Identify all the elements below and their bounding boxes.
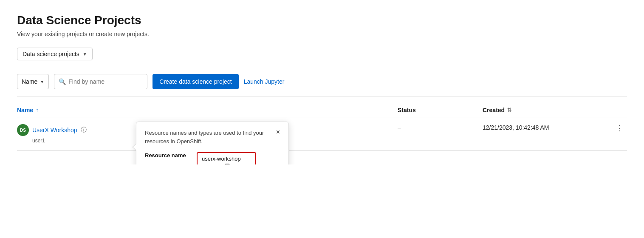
- project-name-row: DS UserX Workshop ⓘ: [17, 124, 144, 136]
- sort-neutral-icon: ⇅: [507, 108, 511, 113]
- resource-info-popover: Resource names and types are used to fin…: [136, 122, 289, 164]
- table-row-wrap: DS UserX Workshop ⓘ user1 – 12/21/2023, …: [17, 117, 627, 151]
- popover-description: Resource names and types are used to fin…: [145, 129, 273, 145]
- table-row: DS UserX Workshop ⓘ user1 – 12/21/2023, …: [17, 117, 627, 151]
- table-header: Name ↑ Status Created ⇅: [17, 103, 627, 117]
- search-input[interactable]: [68, 78, 143, 85]
- page-title: Data Science Projects: [17, 14, 627, 27]
- popover-body: Resource name userx-workshop Resource ty…: [145, 152, 280, 164]
- resource-name-label: Resource name: [145, 152, 192, 159]
- project-name-cell: DS UserX Workshop ⓘ user1: [17, 124, 144, 144]
- project-status: –: [398, 124, 483, 131]
- project-selector-dropdown[interactable]: Data science projects ▼: [17, 48, 93, 60]
- create-project-button[interactable]: Create data science project: [153, 74, 238, 89]
- filter-chevron-icon: ▼: [40, 79, 44, 84]
- search-icon: 🔍: [59, 78, 66, 85]
- help-icon[interactable]: ⓘ: [81, 126, 87, 134]
- filter-label: Name: [22, 78, 37, 85]
- copy-resource-name-button[interactable]: [223, 164, 230, 164]
- launch-jupyter-link[interactable]: Launch Jupyter: [244, 78, 285, 85]
- column-status-header: Status: [398, 107, 483, 113]
- filter-name-dropdown[interactable]: Name ▼: [17, 74, 49, 89]
- project-owner: user1: [17, 138, 144, 144]
- column-created-label: Created: [483, 107, 505, 113]
- project-name-link[interactable]: UserX Workshop: [32, 127, 77, 133]
- sort-ascending-icon: ↑: [36, 107, 38, 113]
- toolbar: Name ▼ 🔍 Create data science project Lau…: [17, 74, 627, 96]
- row-kebab-menu-button[interactable]: ⋮: [602, 124, 627, 132]
- resource-name-value: userx-workshop: [202, 156, 251, 162]
- popover-header: Resource names and types are used to fin…: [145, 129, 280, 145]
- popover-close-button[interactable]: ×: [276, 129, 280, 136]
- column-name-label: Name: [17, 107, 33, 113]
- column-name-header[interactable]: Name ↑: [17, 107, 144, 113]
- resource-name-value-box: userx-workshop: [197, 152, 256, 164]
- resource-name-row: Resource name userx-workshop: [145, 152, 280, 164]
- project-created: 12/21/2023, 10:42:48 AM: [483, 124, 602, 131]
- search-box: 🔍: [54, 74, 147, 89]
- svg-rect-0: [225, 164, 229, 164]
- project-selector-label: Data science projects: [23, 51, 79, 57]
- page-subtitle: View your existing projects or create ne…: [17, 31, 627, 37]
- project-badge: DS: [17, 124, 29, 136]
- column-created-header[interactable]: Created ⇅: [483, 107, 602, 113]
- chevron-down-icon: ▼: [83, 52, 87, 57]
